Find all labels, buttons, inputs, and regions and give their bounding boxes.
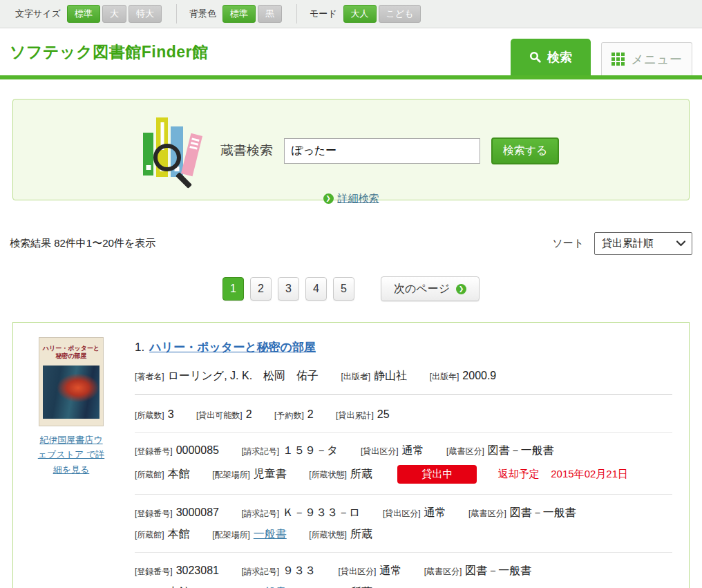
call-number-label: [請求記号] bbox=[241, 509, 279, 518]
toolbar-divider bbox=[296, 4, 297, 23]
mode-adult-button[interactable]: 大人 bbox=[343, 5, 377, 23]
copy-record: [登録番号]0000085 [請求記号]１５９－タ [貸出区分]通常 [蔵書区分… bbox=[135, 444, 672, 484]
divider bbox=[135, 494, 672, 495]
book-title-link[interactable]: ハリー・ポッターと秘密の部屋 bbox=[149, 341, 316, 354]
divider bbox=[135, 394, 672, 395]
due-date-label: 返却予定 bbox=[498, 468, 540, 480]
book-cover-image[interactable]: ハリー・ポッターと 秘密の部屋 bbox=[39, 338, 103, 426]
toolbar-divider bbox=[176, 4, 177, 23]
font-size-large-button[interactable]: 大 bbox=[102, 5, 126, 23]
call-number-label: [請求記号] bbox=[241, 567, 279, 576]
copy-line2: [所蔵館]本館 [配架場所]児童書 [所蔵状態]所蔵 貸出中 返却予定 2015… bbox=[135, 465, 672, 484]
total-loans-label: [貸出累計] bbox=[336, 410, 374, 420]
loan-type-label: [貸出区分] bbox=[339, 567, 377, 576]
page-button-1[interactable]: 1 bbox=[222, 277, 244, 301]
loan-type-label: [貸出区分] bbox=[361, 446, 399, 456]
magnifier-icon bbox=[153, 144, 181, 171]
search-submit-button[interactable]: 検索する bbox=[491, 137, 559, 164]
copy-line2: [所蔵館]本館 [配架場所]一般書 [所蔵状態]所蔵 bbox=[135, 527, 672, 542]
holdings-stats-row: [所蔵数]3 [貸出可能数]2 [予約数]2 [貸出累計]25 bbox=[135, 408, 672, 421]
copy-record: [登録番号]3000087 [請求記号]Ｋ－９３３－ロ [貸出区分]通常 [蔵書… bbox=[135, 506, 672, 542]
tab-menu-label: メニュー bbox=[631, 51, 681, 68]
status-label: [所蔵状態] bbox=[309, 470, 347, 480]
publisher-value: 静山社 bbox=[374, 370, 407, 381]
search-result-item: ハリー・ポッターと 秘密の部屋 紀伊国屋書店ウェブストア で詳細を見る 1.ハリ… bbox=[12, 322, 690, 588]
mode-child-button[interactable]: こども bbox=[379, 5, 421, 23]
bg-color-standard-button[interactable]: 標準 bbox=[222, 5, 256, 23]
page-button-5[interactable]: 5 bbox=[333, 277, 354, 301]
category-value: 図書－一般書 bbox=[465, 565, 531, 576]
divider bbox=[135, 552, 672, 553]
book-title-row: 1.ハリー・ポッターと秘密の部屋 bbox=[135, 338, 672, 355]
due-date-value: 2015年02月21日 bbox=[551, 468, 628, 480]
menu-grid-icon bbox=[611, 53, 625, 66]
site-header: ソフテック図書館Finder館 検索 メニュー bbox=[0, 28, 702, 75]
divider bbox=[135, 432, 672, 433]
search-icon bbox=[529, 51, 541, 63]
tab-search[interactable]: 検索 bbox=[511, 39, 591, 75]
reservations-value: 2 bbox=[307, 408, 314, 420]
cover-artwork bbox=[43, 366, 99, 419]
loan-type-value: 通常 bbox=[424, 506, 446, 518]
author-value: ローリング, J. K. 松岡 佑子 bbox=[168, 370, 319, 381]
sort-select[interactable]: 貸出累計順 bbox=[594, 232, 692, 255]
next-page-button[interactable]: 次のページ ❯ bbox=[381, 276, 480, 301]
reg-number-label: [登録番号] bbox=[135, 567, 173, 576]
status-label: [所蔵状態] bbox=[309, 530, 347, 540]
chevron-down-icon bbox=[676, 240, 685, 247]
copy-line1: [登録番号]3023081 [請求記号]９３３ [貸出区分]通常 [蔵書区分]図… bbox=[135, 564, 672, 578]
holdings-value: 3 bbox=[168, 408, 174, 420]
page-button-3[interactable]: 3 bbox=[278, 277, 299, 301]
bg-color-black-button[interactable]: 黒 bbox=[258, 5, 282, 23]
category-label: [蔵書区分] bbox=[424, 567, 462, 576]
library-value: 本館 bbox=[168, 528, 190, 540]
copy-line1: [登録番号]3000087 [請求記号]Ｋ－９３３－ロ [貸出区分]通常 [蔵書… bbox=[135, 506, 672, 520]
mode-label: モード bbox=[310, 8, 337, 20]
page-button-2[interactable]: 2 bbox=[250, 277, 272, 301]
pagination: 1 2 3 4 5 次のページ ❯ bbox=[0, 276, 702, 301]
cover-title-line1: ハリー・ポッターと bbox=[39, 345, 103, 352]
kinokuniya-store-link[interactable]: 紀伊国屋書店ウェブストア で詳細を見る bbox=[37, 433, 105, 477]
catalog-search-label: 蔵書検索 bbox=[220, 142, 273, 160]
sort-label: ソート bbox=[552, 237, 584, 250]
search-input[interactable] bbox=[284, 138, 480, 164]
library-books-icon bbox=[143, 117, 202, 184]
reservations-label: [予約数] bbox=[274, 410, 304, 420]
next-page-label: 次のページ bbox=[394, 282, 450, 296]
pub-year-value: 2000.9 bbox=[462, 370, 496, 381]
available-value: 2 bbox=[246, 408, 252, 420]
results-summary-row: 検索結果 82件中1〜20件を表示 ソート 貸出累計順 bbox=[10, 232, 692, 255]
library-label: [所蔵館] bbox=[135, 470, 164, 480]
page-button-4[interactable]: 4 bbox=[305, 277, 327, 301]
author-label: [著者名] bbox=[135, 372, 164, 381]
category-label: [蔵書区分] bbox=[468, 509, 506, 518]
advanced-search-link[interactable]: 詳細検索 bbox=[338, 192, 379, 205]
sort-group: ソート 貸出累計順 bbox=[552, 232, 692, 255]
search-panel: 蔵書検索 検索する ❯ 詳細検索 bbox=[12, 99, 690, 200]
library-label: [所蔵館] bbox=[135, 530, 164, 540]
call-number-value: Ｋ－９３３－ロ bbox=[283, 506, 360, 518]
category-label: [蔵書区分] bbox=[446, 446, 484, 456]
copy-line1: [登録番号]0000085 [請求記号]１５９－タ [貸出区分]通常 [蔵書区分… bbox=[135, 444, 672, 458]
tab-menu[interactable]: メニュー bbox=[601, 42, 692, 75]
circle-arrow-right-icon: ❯ bbox=[456, 284, 466, 294]
status-value: 所蔵 bbox=[350, 468, 372, 480]
holdings-label: [所蔵数] bbox=[135, 410, 164, 420]
publisher-label: [出版者] bbox=[341, 372, 371, 381]
cover-title-line2: 秘密の部屋 bbox=[39, 352, 103, 360]
accessibility-toolbar: 文字サイズ 標準 大 特大 背景色 標準 黒 モード 大人 こども bbox=[0, 0, 702, 28]
call-number-value: ９３３ bbox=[283, 565, 316, 576]
location-link[interactable]: 一般書 bbox=[254, 528, 287, 540]
library-value: 本館 bbox=[168, 468, 190, 480]
font-size-xlarge-button[interactable]: 特大 bbox=[129, 5, 162, 23]
site-title: ソフテック図書館Finder館 bbox=[10, 41, 208, 63]
header-tabs: 検索 メニュー bbox=[511, 39, 692, 75]
book-info-row: [著者名]ローリング, J. K. 松岡 佑子 [出版者]静山社 [出版年]20… bbox=[135, 369, 672, 383]
result-number: 1. bbox=[135, 341, 144, 354]
book-detail-column: 1.ハリー・ポッターと秘密の部屋 [著者名]ローリング, J. K. 松岡 佑子… bbox=[135, 338, 672, 588]
reg-number-label: [登録番号] bbox=[135, 446, 173, 456]
call-number-label: [請求記号] bbox=[241, 446, 279, 456]
location-label: [配架場所] bbox=[212, 470, 250, 480]
font-size-standard-button[interactable]: 標準 bbox=[67, 5, 100, 23]
call-number-value: １５９－タ bbox=[283, 444, 338, 456]
